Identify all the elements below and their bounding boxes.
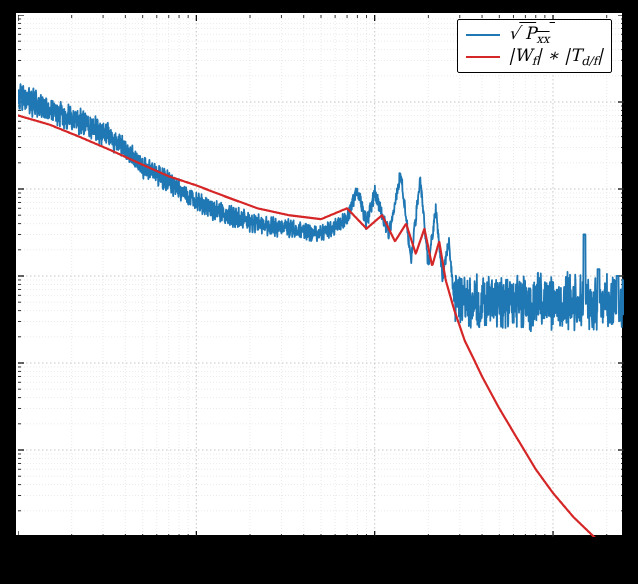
legend: √ Pxx |Wf| ∗ |Td/f| [457, 19, 612, 73]
figure-canvas: √ Pxx |Wf| ∗ |Td/f| [0, 0, 638, 584]
legend-item-sqrt_Pxx: √ Pxx [466, 24, 603, 46]
legend-swatch [466, 56, 500, 58]
legend-label: |Wf| ∗ |Td/f| [508, 45, 603, 68]
legend-item-Wf_times_Tdf: |Wf| ∗ |Td/f| [466, 46, 603, 68]
legend-label: √ Pxx [508, 23, 555, 46]
plot-area: √ Pxx |Wf| ∗ |Td/f| [14, 11, 624, 537]
legend-swatch [466, 34, 500, 36]
